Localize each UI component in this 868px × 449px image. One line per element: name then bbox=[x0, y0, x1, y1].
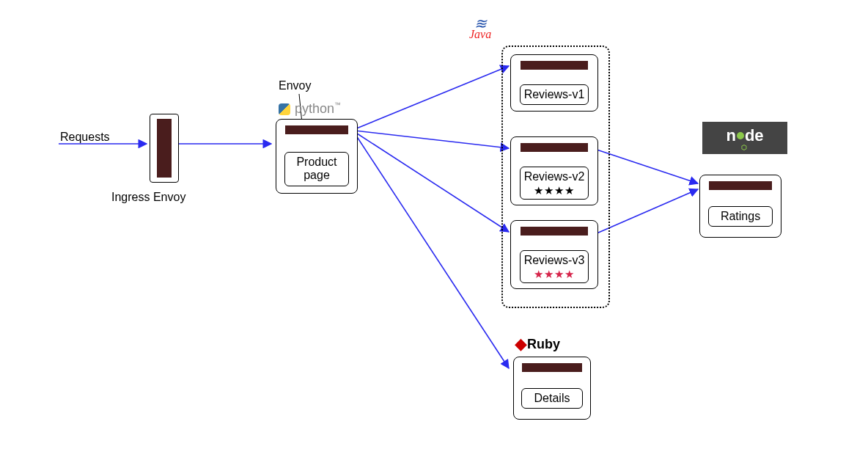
details-pod: Details bbox=[513, 357, 591, 420]
ruby-icon: ◆Ruby bbox=[515, 335, 560, 354]
stars-black-icon: ★★★★ bbox=[522, 185, 586, 196]
envoy-bar bbox=[709, 181, 772, 190]
envoy-bar bbox=[521, 227, 588, 236]
stars-red-icon: ★★★★ bbox=[522, 269, 586, 280]
nodejs-icon: nde ⬡ bbox=[702, 122, 787, 154]
ingress-envoy-bar bbox=[157, 119, 172, 178]
envoy-label: Envoy bbox=[279, 79, 311, 92]
svg-line-2 bbox=[355, 66, 509, 129]
reviews-v3-service: Reviews-v3 ★★★★ bbox=[520, 250, 589, 283]
svg-line-4 bbox=[355, 132, 509, 232]
reviews-v2-label: Reviews-v2 bbox=[522, 170, 586, 183]
reviews-v1-pod: Reviews-v1 bbox=[510, 54, 598, 112]
ingress-envoy-label: Ingress Envoy bbox=[111, 191, 185, 204]
product-page-service: Product page bbox=[284, 152, 349, 186]
diagram-stage: Requests Ingress Envoy Envoy python™ Pro… bbox=[0, 0, 868, 449]
envoy-bar bbox=[522, 363, 581, 372]
svg-line-7 bbox=[597, 189, 698, 233]
envoy-bar bbox=[521, 61, 588, 70]
reviews-v3-pod: Reviews-v3 ★★★★ bbox=[510, 220, 598, 289]
python-icon: python™ bbox=[279, 101, 341, 117]
svg-line-3 bbox=[355, 131, 509, 148]
java-icon: ≋ Java bbox=[469, 19, 491, 41]
ingress-envoy-pod bbox=[150, 114, 179, 183]
ratings-service: Ratings bbox=[708, 206, 773, 227]
reviews-v3-label: Reviews-v3 bbox=[522, 254, 586, 267]
ratings-pod: Ratings bbox=[699, 175, 781, 238]
svg-line-5 bbox=[355, 134, 509, 368]
envoy-bar bbox=[285, 125, 348, 134]
details-service: Details bbox=[521, 388, 582, 409]
reviews-v1-service: Reviews-v1 bbox=[520, 84, 589, 105]
requests-label: Requests bbox=[60, 131, 110, 144]
product-page-pod: Product page bbox=[276, 119, 358, 194]
reviews-v2-pod: Reviews-v2 ★★★★ bbox=[510, 136, 598, 205]
reviews-v2-service: Reviews-v2 ★★★★ bbox=[520, 167, 589, 200]
svg-line-6 bbox=[597, 150, 698, 183]
envoy-bar bbox=[521, 143, 588, 152]
